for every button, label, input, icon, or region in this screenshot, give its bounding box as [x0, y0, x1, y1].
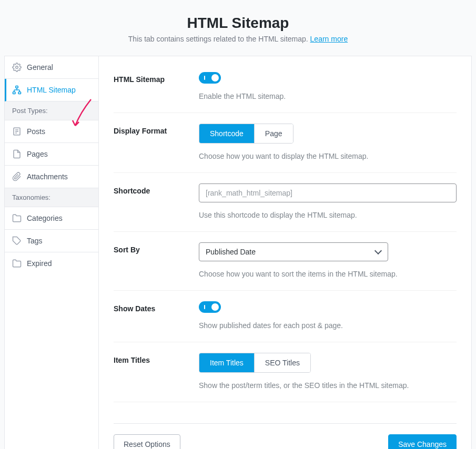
reset-options-button[interactable]: Reset Options [114, 434, 180, 449]
field-help: Enable the HTML sitemap. [199, 91, 457, 102]
display-format-segmented: Shortcode Page [199, 124, 293, 144]
field-label-display-format: Display Format [114, 124, 199, 135]
sidebar-item-html-sitemap[interactable]: HTML Sitemap [5, 79, 98, 101]
svg-rect-3 [18, 92, 21, 94]
sidebar-item-label: HTML Sitemap [27, 86, 76, 94]
attachment-icon [12, 172, 22, 181]
item-titles-segmented: Item Titles SEO Titles [199, 353, 311, 373]
folder-icon [12, 259, 22, 268]
sidebar-item-categories[interactable]: Categories [5, 207, 98, 230]
sidebar-item-general[interactable]: General [5, 56, 98, 79]
svg-rect-2 [13, 92, 16, 94]
sidebar-item-label: Expired [27, 259, 52, 268]
sidebar-item-label: General [27, 63, 53, 72]
field-help: Choose how you want to sort the items in… [199, 269, 457, 280]
sitemap-icon [12, 85, 22, 95]
sidebar-item-label: Attachments [27, 172, 68, 181]
shortcode-input[interactable] [199, 183, 457, 202]
field-help: Choose how you want to display the HTML … [199, 151, 457, 162]
sidebar-item-tags[interactable]: Tags [5, 230, 98, 252]
svg-point-0 [16, 66, 18, 69]
gear-icon [12, 63, 22, 72]
sidebar-item-label: Tags [27, 237, 43, 245]
display-format-shortcode-button[interactable]: Shortcode [199, 124, 254, 143]
field-help: Use this shortcode to display the HTML s… [199, 210, 457, 221]
field-help: Show published dates for each post & pag… [199, 320, 457, 331]
page-icon [12, 149, 22, 159]
sidebar-item-posts[interactable]: Posts [5, 120, 98, 143]
tag-icon [12, 236, 22, 246]
save-changes-button[interactable]: Save Changes [388, 434, 457, 449]
learn-more-link[interactable]: Learn more [310, 35, 348, 43]
field-label-item-titles: Item Titles [114, 353, 199, 364]
sidebar-item-attachments[interactable]: Attachments [5, 166, 98, 188]
field-label-show-dates: Show Dates [114, 301, 199, 313]
sidebar-item-pages[interactable]: Pages [5, 143, 98, 166]
folder-icon [12, 213, 22, 223]
sidebar-item-label: Posts [27, 127, 45, 136]
settings-content: HTML Sitemap Enable the HTML sitemap. Di… [99, 56, 472, 449]
sidebar-group-post-types: Post Types: [5, 101, 98, 120]
sidebar-item-label: Pages [27, 150, 48, 158]
svg-rect-1 [16, 86, 18, 88]
field-label-enable: HTML Sitemap [114, 72, 199, 84]
item-titles-seo-button[interactable]: SEO Titles [254, 353, 310, 372]
html-sitemap-toggle[interactable] [199, 72, 221, 84]
page-header: HTML Sitemap This tab contains settings … [4, 4, 472, 56]
page-subtitle: This tab contains settings related to th… [4, 35, 472, 43]
item-titles-item-button[interactable]: Item Titles [199, 353, 254, 372]
settings-sidebar: General HTML Sitemap Post Types: Posts P [4, 56, 99, 449]
show-dates-toggle[interactable] [199, 301, 221, 313]
field-label-shortcode: Shortcode [114, 183, 199, 195]
field-label-sort-by: Sort By [114, 242, 199, 254]
sidebar-group-taxonomies: Taxonomies: [5, 188, 98, 207]
display-format-page-button[interactable]: Page [254, 124, 293, 143]
post-icon [12, 127, 22, 136]
sort-by-select[interactable]: Published Date [199, 242, 388, 261]
field-help: Show the post/term titles, or the SEO ti… [199, 380, 457, 391]
sidebar-item-label: Categories [27, 214, 63, 222]
sidebar-item-expired[interactable]: Expired [5, 252, 98, 274]
page-title: HTML Sitemap [4, 15, 472, 32]
